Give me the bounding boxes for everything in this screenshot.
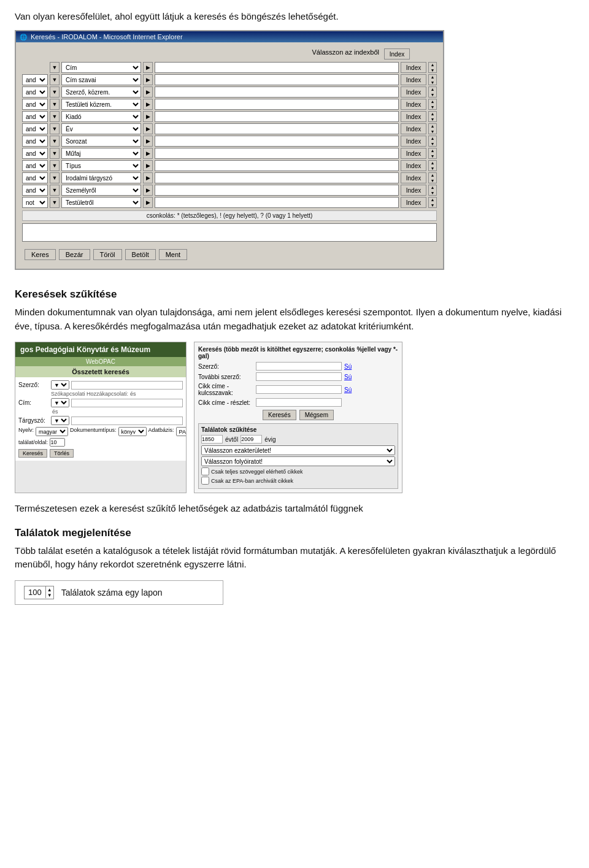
right-ss-area-select[interactable]: Válasszon ezakterületet! (201, 445, 395, 455)
index-btn-4[interactable]: Index (401, 111, 426, 122)
opac-db-select[interactable]: PAD (176, 427, 187, 436)
opac-select-szerzo[interactable]: ▼ (51, 380, 69, 390)
index-btn-2[interactable]: Index (401, 86, 426, 98)
count-down-arrow[interactable]: ▼ (47, 593, 52, 598)
scroll-9[interactable]: ▲▼ (428, 172, 437, 183)
index-btn-11[interactable]: Index (401, 197, 426, 208)
field-arrow-6[interactable]: ▶ (143, 136, 153, 147)
scroll-1[interactable]: ▲▼ (428, 74, 437, 85)
field-select-11[interactable]: Testületről (61, 197, 141, 208)
index-btn-1[interactable]: Index (401, 74, 426, 85)
bool-select-6[interactable]: and (22, 136, 48, 147)
field-arrow-9[interactable]: ▶ (143, 172, 153, 183)
bool-select-7[interactable]: and (22, 148, 48, 159)
scroll-2[interactable]: ▲▼ (428, 86, 437, 98)
right-ss-checkbox-epa[interactable] (201, 477, 209, 485)
scroll-10[interactable]: ▲▼ (428, 185, 437, 196)
opac-input-szerzo[interactable] (71, 381, 183, 390)
bool-arrow-4[interactable]: ▼ (50, 111, 60, 122)
clear-button[interactable]: Töröl (93, 249, 122, 260)
bool-arrow-2[interactable]: ▼ (50, 86, 60, 98)
field-select-10[interactable]: Személyről (61, 185, 141, 196)
opac-clear-btn[interactable]: Törlés (50, 449, 74, 458)
field-select-7[interactable]: Műfaj (61, 148, 141, 159)
right-ss-journal-select[interactable]: Válasszon folyóiratot! (201, 456, 395, 466)
field-select-8[interactable]: Típus (61, 160, 141, 171)
save-button[interactable]: Ment (159, 249, 187, 260)
scroll-4[interactable]: ▲▼ (428, 111, 437, 122)
close-button[interactable]: Bezár (59, 249, 90, 260)
opac-lang-select[interactable]: magyar (36, 427, 68, 436)
opac-select-targy[interactable]: ▼ (51, 416, 69, 425)
field-arrow-1[interactable]: ▶ (143, 74, 153, 85)
scroll-5[interactable]: ▲▼ (428, 123, 437, 134)
field-select-9[interactable]: Irodalmi tárgyszó (61, 172, 141, 183)
bool-arrow-5[interactable]: ▼ (50, 123, 60, 134)
field-select-6[interactable]: Sorozat (61, 136, 141, 147)
right-ss-input-tovabbi[interactable] (256, 372, 342, 381)
field-select-5[interactable]: Év (61, 123, 141, 134)
bool-arrow-3[interactable]: ▼ (50, 99, 60, 110)
field-arrow-3[interactable]: ▶ (143, 99, 153, 110)
scroll-8[interactable]: ▲▼ (428, 160, 437, 171)
field-arrow-11[interactable]: ▶ (143, 197, 153, 208)
scroll-7[interactable]: ▲▼ (428, 148, 437, 159)
result-count-arrows[interactable]: ▲ ▼ (46, 586, 53, 599)
bool-select-5[interactable]: and (22, 123, 48, 134)
opac-input-cim[interactable] (71, 399, 183, 407)
right-ss-link-szerzo[interactable]: Sú (344, 363, 352, 370)
index-btn-3[interactable]: Index (401, 99, 426, 110)
search-input-6[interactable] (155, 136, 399, 147)
right-ss-from-year[interactable] (201, 435, 223, 444)
bool-arrow-9[interactable]: ▼ (50, 172, 60, 183)
opac-select-cim[interactable]: ▼ (51, 398, 69, 407)
index-btn-9[interactable]: Index (401, 172, 426, 183)
bool-select-1[interactable]: and (22, 74, 48, 85)
search-input-8[interactable] (155, 160, 399, 171)
field-arrow-0[interactable]: ▶ (143, 62, 153, 73)
index-button-top[interactable]: Index (384, 48, 410, 60)
scroll-3[interactable]: ▲▼ (428, 99, 437, 110)
index-btn-10[interactable]: Index (401, 185, 426, 196)
count-up-arrow[interactable]: ▲ (47, 587, 52, 593)
field-select-2[interactable]: Szerző, közrem. (61, 86, 141, 98)
bool-arrow-1[interactable]: ▼ (50, 74, 60, 85)
bool-select-2[interactable]: and (22, 86, 48, 98)
query-textarea[interactable] (22, 223, 437, 242)
opac-search-btn[interactable]: Keresés (18, 449, 47, 458)
field-arrow-7[interactable]: ▶ (143, 148, 153, 159)
field-arrow-8[interactable]: ▶ (143, 160, 153, 171)
search-input-10[interactable] (155, 185, 399, 196)
bool-select-3[interactable]: and (22, 99, 48, 110)
search-input-2[interactable] (155, 86, 399, 98)
right-ss-to-year[interactable] (241, 435, 262, 444)
bool-select-4[interactable]: and (22, 111, 48, 122)
field-arrow-10[interactable]: ▶ (143, 185, 153, 196)
search-input-5[interactable] (155, 123, 399, 134)
index-btn-8[interactable]: Index (401, 160, 426, 171)
opac-input-targy[interactable] (71, 417, 183, 425)
index-btn-6[interactable]: Index (401, 136, 426, 147)
scroll-6[interactable]: ▲▼ (428, 136, 437, 147)
field-arrow-5[interactable]: ▶ (143, 123, 153, 134)
opac-found-input[interactable] (50, 438, 65, 447)
bool-select-10[interactable]: and (22, 185, 48, 196)
right-ss-cancel-btn[interactable]: Mégsem (299, 410, 334, 420)
field-select-3[interactable]: Testületi közrem. (61, 99, 141, 110)
field-arrow-2[interactable]: ▶ (143, 86, 153, 98)
bool-arrow-6[interactable]: ▼ (50, 136, 60, 147)
field-select-0[interactable]: Cím (61, 62, 141, 73)
right-ss-checkbox-fulltext[interactable] (201, 467, 209, 475)
bool-select-11[interactable]: not (22, 197, 48, 208)
search-input-3[interactable] (155, 99, 399, 110)
right-ss-input-cikk-kulcs[interactable] (256, 385, 342, 394)
search-button[interactable]: Keres (25, 249, 56, 260)
search-input-0[interactable] (155, 62, 399, 73)
field-select-4[interactable]: Kiadó (61, 111, 141, 122)
search-input-1[interactable] (155, 74, 399, 85)
right-ss-link-cikk-kulcs[interactable]: Sú (344, 386, 352, 393)
search-input-7[interactable] (155, 148, 399, 159)
search-input-4[interactable] (155, 111, 399, 122)
bool-arrow-8[interactable]: ▼ (50, 160, 60, 171)
index-btn-7[interactable]: Index (401, 148, 426, 159)
